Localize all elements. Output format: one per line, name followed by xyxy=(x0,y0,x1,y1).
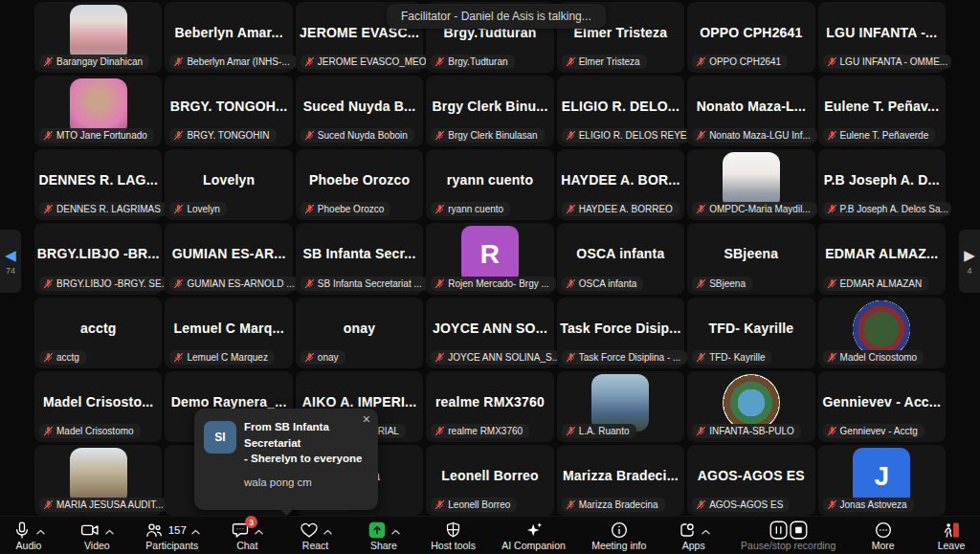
participant-tile[interactable]: L.A. Ruanto xyxy=(557,371,684,442)
muted-mic-icon xyxy=(827,426,837,436)
participant-name-chip: Rojen Mercado- Brgy ... xyxy=(431,277,556,291)
participant-tile[interactable]: LGU INFANTA -...LGU INFANTA - OMME... xyxy=(818,2,946,73)
participant-tile[interactable]: P.B Joseph A. D...P.B Joseph A. Delos Sa… xyxy=(818,149,946,220)
audio-button[interactable]: Audio xyxy=(8,521,50,551)
muted-mic-icon xyxy=(434,204,445,214)
video-button[interactable]: Video xyxy=(76,521,118,551)
participant-tile[interactable]: HAYDEE A. BOR...HAYDEE A. BORREO xyxy=(557,149,684,220)
chevron-up-icon[interactable] xyxy=(191,521,200,539)
participant-name-chip: HAYDEE A. BORREO xyxy=(562,202,679,216)
video-icon xyxy=(79,521,100,540)
participant-tile[interactable]: Barangay Dinahican xyxy=(34,2,162,73)
participant-tile[interactable]: SBjeenaSBjeena xyxy=(687,223,814,294)
muted-mic-icon xyxy=(827,56,837,67)
participant-tile[interactable]: onayonay xyxy=(296,298,423,368)
participant-tile[interactable]: Beberlyn Amar...Beberlyn Amar (INHS-... xyxy=(165,2,292,73)
participant-tile[interactable]: BRGY. TONGOH...BRGY. TONGOHIN xyxy=(165,76,292,146)
participant-chip-label: Elmer Tristeza xyxy=(579,56,640,67)
meeting-toolbar: AudioVideo157Participants3ChatReactShare… xyxy=(0,516,980,554)
chat-button[interactable]: 3Chat xyxy=(226,521,268,551)
participant-tile[interactable]: OSCA infantaOSCA infanta xyxy=(557,223,684,294)
participant-tile[interactable]: SB Infanta Secr...SB Infanta Secretariat… xyxy=(296,223,423,294)
active-speaker-toast: Facilitator - Daniel de Asis is talking.… xyxy=(387,4,606,29)
participant-tile[interactable]: DENNES R. LAG...DENNES R. LAGRIMAS xyxy=(34,149,162,220)
muted-mic-icon xyxy=(304,352,315,363)
chevron-up-icon[interactable] xyxy=(105,521,114,539)
chevron-up-icon[interactable] xyxy=(36,521,45,539)
participant-tile[interactable]: OPPO CPH2641OPPO CPH2641 xyxy=(687,2,814,73)
participant-tile[interactable]: AGOS-AGOS ESAGOS-AGOS ES xyxy=(687,445,814,516)
participant-tile[interactable]: INFANTA-SB-PULO xyxy=(687,371,814,442)
participant-tile[interactable]: LovelynLovelyn xyxy=(165,149,292,220)
muted-mic-icon xyxy=(566,130,576,141)
participant-name-chip: Jonas Astoveza xyxy=(823,498,914,512)
muted-mic-icon xyxy=(304,130,315,141)
muted-mic-icon xyxy=(43,56,54,67)
participant-name: Beberlyn Amar... xyxy=(175,25,283,40)
participant-tile[interactable]: Lemuel C Marq...Lemuel C Marquez xyxy=(165,298,292,368)
participant-tile[interactable]: acctgacctg xyxy=(34,298,162,368)
chevron-up-icon[interactable] xyxy=(391,521,400,539)
participant-name: onay xyxy=(344,321,375,336)
participant-tile[interactable]: MTO Jane Fortunado xyxy=(34,76,162,146)
participant-name: realme RMX3760 xyxy=(435,394,545,410)
participant-tile[interactable]: Task Force Disip...Task Force Disiplina … xyxy=(557,298,684,368)
participant-tile[interactable]: Nonato Maza-L...Nonato Maza-LGU Inf... xyxy=(687,76,814,146)
participant-name: Phoebe Orozco xyxy=(309,172,410,188)
gallery-next-page-button[interactable]: ▶ 4 xyxy=(959,230,980,293)
leave-label: Leave xyxy=(938,541,966,551)
chevron-up-icon[interactable] xyxy=(702,521,710,539)
participant-tile[interactable]: OMPDC-Maria Maydil... xyxy=(687,149,814,220)
participant-chip-label: LGU INFANTA - OMME... xyxy=(840,56,948,67)
participant-chip-label: SBjeena xyxy=(709,278,746,289)
more-button[interactable]: More xyxy=(862,521,904,551)
participant-tile[interactable]: Marizza Bradeci...Marizza Bradecina xyxy=(557,445,684,516)
host-tools-button[interactable]: Host tools xyxy=(431,521,476,551)
chevron-up-icon[interactable] xyxy=(323,521,332,539)
muted-mic-icon xyxy=(696,278,706,289)
meeting-info-button[interactable]: Meeting info xyxy=(591,521,646,551)
participant-tile[interactable]: JOYCE ANN SO...JOYCE ANN SOLINA_S... xyxy=(426,298,553,368)
participant-name-chip: EDMAR ALMAZAN xyxy=(823,277,929,291)
participant-tile[interactable]: EDMAR ALMAZ...EDMAR ALMAZAN xyxy=(818,223,946,294)
participant-tile[interactable]: MARIA JESUSA AUDIT... xyxy=(34,445,162,516)
gallery-prev-page-button[interactable]: ◀ 74 xyxy=(0,230,21,293)
leave-button[interactable]: Leave xyxy=(930,521,972,551)
participant-name-chip: Brgy Clerk Binulasan xyxy=(431,128,544,143)
participant-tile[interactable]: ELIGIO R. DELO...ELIGIO R. DELOS REYES xyxy=(557,76,684,146)
participant-tile[interactable]: Madel Crisosto...Madel Crisostomo xyxy=(34,371,162,442)
participant-tile[interactable]: RRojen Mercado- Brgy ... xyxy=(426,223,553,294)
participant-tile[interactable]: realme RMX3760realme RMX3760 xyxy=(426,371,553,442)
participant-tile[interactable]: Gennievev - Acc...Gennievev - Acctg xyxy=(818,371,946,442)
participant-tile[interactable]: Eulene T. Peñav...Eulene T. Peñaverde xyxy=(818,76,946,146)
close-icon[interactable]: × xyxy=(363,412,370,426)
logo-avatar xyxy=(723,374,780,432)
participant-chip-label: realme RMX3760 xyxy=(448,426,523,436)
participant-chip-label: ELIGIO R. DELOS REYES xyxy=(579,130,690,141)
participant-name-chip: OMPDC-Maria Maydil... xyxy=(692,202,817,216)
react-button[interactable]: React xyxy=(295,521,337,551)
participants-button[interactable]: 157Participants xyxy=(145,521,200,551)
participant-tile[interactable]: TFD- KayrilleTFD- Kayrille xyxy=(687,298,814,368)
participant-tile[interactable]: Madel Crisostomo xyxy=(818,298,946,368)
participant-tile[interactable]: BRGY.LIBJO -BR...BRGY.LIBJO -BRGY. SE... xyxy=(34,223,162,294)
muted-mic-icon xyxy=(827,352,837,363)
participant-tile[interactable]: Leonell BorreoLeonell Borreo xyxy=(426,445,553,516)
participant-name: DENNES R. LAG... xyxy=(38,172,158,188)
ai-companion-button[interactable]: AI Companion xyxy=(501,521,566,551)
participant-chip-label: BRGY. TONGOHIN xyxy=(187,130,269,141)
participant-name: Eulene T. Peñav... xyxy=(824,99,939,114)
participant-tile[interactable]: ryann cuentoryann cuento xyxy=(426,149,553,220)
muted-mic-icon xyxy=(43,130,54,141)
letter-avatar: J xyxy=(853,448,910,505)
participant-tile[interactable]: JJonas Astoveza xyxy=(818,445,946,516)
participant-tile[interactable]: GUMIAN ES-AR...GUMIAN ES-ARNOLD ... xyxy=(165,223,292,294)
participant-tile[interactable]: Phoebe OrozcoPhoebe Orozco xyxy=(296,149,423,220)
muted-mic-icon xyxy=(173,130,184,141)
participant-tile[interactable]: Brgy Clerk Binu...Brgy Clerk Binulasan xyxy=(426,76,553,146)
apps-button[interactable]: Apps xyxy=(673,521,715,551)
share-button[interactable]: Share xyxy=(363,521,405,551)
participant-tile[interactable]: Suced Nuyda B...Suced Nuyda Boboin xyxy=(296,76,423,146)
pause-stop-recording-button[interactable]: Pause/stop recording xyxy=(741,521,835,551)
participant-name-chip: JEROME EVASCO_MEO... xyxy=(301,55,429,69)
